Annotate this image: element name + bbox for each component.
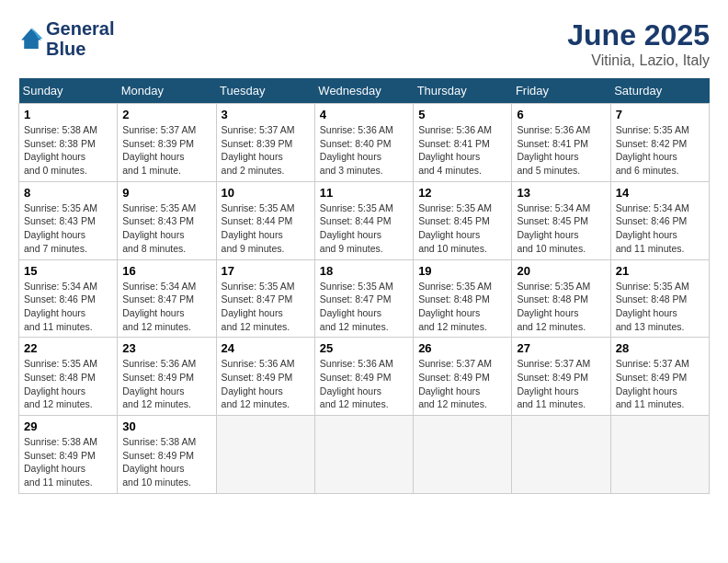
table-row: 25 Sunrise: 5:36 AM Sunset: 8:49 PM Dayl… xyxy=(314,338,413,416)
day-info: Sunrise: 5:36 AM Sunset: 8:41 PM Dayligh… xyxy=(418,123,506,178)
day-info: Sunrise: 5:36 AM Sunset: 8:49 PM Dayligh… xyxy=(222,357,310,411)
day-number: 21 xyxy=(616,264,704,278)
table-row: 20 Sunrise: 5:35 AM Sunset: 8:48 PM Dayl… xyxy=(512,259,610,338)
day-info: Sunrise: 5:36 AM Sunset: 8:49 PM Dayligh… xyxy=(320,357,408,411)
location-title: Vitinia, Lazio, Italy xyxy=(567,52,710,69)
logo: General Blue xyxy=(18,18,114,59)
day-info: Sunrise: 5:35 AM Sunset: 8:48 PM Dayligh… xyxy=(616,280,704,334)
table-row: 18 Sunrise: 5:35 AM Sunset: 8:47 PM Dayl… xyxy=(314,259,413,338)
header-tuesday: Tuesday xyxy=(216,78,314,104)
day-info: Sunrise: 5:35 AM Sunset: 8:43 PM Dayligh… xyxy=(122,201,210,256)
logo-icon xyxy=(18,26,44,52)
day-info: Sunrise: 5:35 AM Sunset: 8:47 PM Dayligh… xyxy=(320,280,408,334)
day-info: Sunrise: 5:35 AM Sunset: 8:42 PM Dayligh… xyxy=(616,123,704,178)
table-row: 9 Sunrise: 5:35 AM Sunset: 8:43 PM Dayli… xyxy=(118,181,216,259)
day-info: Sunrise: 5:37 AM Sunset: 8:49 PM Dayligh… xyxy=(517,357,605,411)
day-number: 3 xyxy=(222,108,310,121)
day-info: Sunrise: 5:34 AM Sunset: 8:46 PM Dayligh… xyxy=(616,201,704,256)
day-number: 30 xyxy=(122,419,210,433)
day-info: Sunrise: 5:35 AM Sunset: 8:48 PM Dayligh… xyxy=(418,280,506,334)
table-row: 8 Sunrise: 5:35 AM Sunset: 8:43 PM Dayli… xyxy=(19,181,118,259)
calendar-week-row: 1 Sunrise: 5:38 AM Sunset: 8:38 PM Dayli… xyxy=(19,104,710,182)
table-row: 14 Sunrise: 5:34 AM Sunset: 8:46 PM Dayl… xyxy=(610,181,709,259)
day-number: 20 xyxy=(517,264,605,278)
day-number: 29 xyxy=(24,419,112,433)
day-number: 14 xyxy=(616,186,704,200)
day-info: Sunrise: 5:35 AM Sunset: 8:47 PM Dayligh… xyxy=(222,280,310,334)
header-wednesday: Wednesday xyxy=(314,78,413,104)
day-number: 7 xyxy=(616,108,704,121)
header-friday: Friday xyxy=(512,78,610,104)
day-number: 23 xyxy=(122,341,210,355)
header-monday: Monday xyxy=(118,78,216,104)
table-row: 21 Sunrise: 5:35 AM Sunset: 8:48 PM Dayl… xyxy=(610,259,709,338)
header-sunday: Sunday xyxy=(19,78,118,104)
table-row: 15 Sunrise: 5:34 AM Sunset: 8:46 PM Dayl… xyxy=(19,259,118,338)
calendar-header-row: Sunday Monday Tuesday Wednesday Thursday… xyxy=(19,78,710,104)
day-info: Sunrise: 5:38 AM Sunset: 8:49 PM Dayligh… xyxy=(24,435,112,489)
day-number: 6 xyxy=(517,108,605,121)
table-row: 7 Sunrise: 5:35 AM Sunset: 8:42 PM Dayli… xyxy=(610,104,709,182)
day-info: Sunrise: 5:38 AM Sunset: 8:38 PM Dayligh… xyxy=(24,123,112,178)
day-number: 28 xyxy=(616,341,704,355)
table-row xyxy=(314,416,413,494)
table-row: 28 Sunrise: 5:37 AM Sunset: 8:49 PM Dayl… xyxy=(610,338,709,416)
table-row: 27 Sunrise: 5:37 AM Sunset: 8:49 PM Dayl… xyxy=(512,338,610,416)
day-number: 8 xyxy=(24,186,112,200)
day-number: 15 xyxy=(24,264,112,278)
table-row: 3 Sunrise: 5:37 AM Sunset: 8:39 PM Dayli… xyxy=(216,104,314,182)
calendar-table: Sunday Monday Tuesday Wednesday Thursday… xyxy=(18,78,710,494)
table-row: 29 Sunrise: 5:38 AM Sunset: 8:49 PM Dayl… xyxy=(19,416,118,494)
table-row xyxy=(414,416,512,494)
day-number: 2 xyxy=(122,108,210,121)
day-info: Sunrise: 5:36 AM Sunset: 8:40 PM Dayligh… xyxy=(320,123,408,178)
day-info: Sunrise: 5:37 AM Sunset: 8:49 PM Dayligh… xyxy=(616,357,704,411)
header-thursday: Thursday xyxy=(414,78,512,104)
day-number: 26 xyxy=(418,341,506,355)
table-row: 12 Sunrise: 5:35 AM Sunset: 8:45 PM Dayl… xyxy=(414,181,512,259)
header-saturday: Saturday xyxy=(610,78,709,104)
day-number: 4 xyxy=(320,108,408,121)
table-row: 4 Sunrise: 5:36 AM Sunset: 8:40 PM Dayli… xyxy=(314,104,413,182)
logo-text: General Blue xyxy=(46,18,114,59)
table-row: 22 Sunrise: 5:35 AM Sunset: 8:48 PM Dayl… xyxy=(19,338,118,416)
day-number: 10 xyxy=(222,186,310,200)
svg-marker-0 xyxy=(21,29,41,49)
day-number: 27 xyxy=(517,341,605,355)
day-info: Sunrise: 5:35 AM Sunset: 8:44 PM Dayligh… xyxy=(320,201,408,256)
calendar-week-row: 8 Sunrise: 5:35 AM Sunset: 8:43 PM Dayli… xyxy=(19,181,710,259)
day-number: 22 xyxy=(24,341,112,355)
day-info: Sunrise: 5:35 AM Sunset: 8:45 PM Dayligh… xyxy=(418,201,506,256)
day-number: 18 xyxy=(320,264,408,278)
day-number: 13 xyxy=(517,186,605,200)
calendar-week-row: 22 Sunrise: 5:35 AM Sunset: 8:48 PM Dayl… xyxy=(19,338,710,416)
table-row: 19 Sunrise: 5:35 AM Sunset: 8:48 PM Dayl… xyxy=(414,259,512,338)
day-info: Sunrise: 5:38 AM Sunset: 8:49 PM Dayligh… xyxy=(122,435,210,489)
calendar-week-row: 29 Sunrise: 5:38 AM Sunset: 8:49 PM Dayl… xyxy=(19,416,710,494)
table-row: 5 Sunrise: 5:36 AM Sunset: 8:41 PM Dayli… xyxy=(414,104,512,182)
day-number: 25 xyxy=(320,341,408,355)
day-info: Sunrise: 5:34 AM Sunset: 8:47 PM Dayligh… xyxy=(122,280,210,334)
day-number: 16 xyxy=(122,264,210,278)
day-info: Sunrise: 5:34 AM Sunset: 8:45 PM Dayligh… xyxy=(517,201,605,256)
day-info: Sunrise: 5:35 AM Sunset: 8:43 PM Dayligh… xyxy=(24,201,112,256)
day-number: 17 xyxy=(222,264,310,278)
table-row xyxy=(512,416,610,494)
day-number: 11 xyxy=(320,186,408,200)
day-number: 24 xyxy=(222,341,310,355)
table-row: 13 Sunrise: 5:34 AM Sunset: 8:45 PM Dayl… xyxy=(512,181,610,259)
table-row: 6 Sunrise: 5:36 AM Sunset: 8:41 PM Dayli… xyxy=(512,104,610,182)
table-row: 11 Sunrise: 5:35 AM Sunset: 8:44 PM Dayl… xyxy=(314,181,413,259)
day-number: 5 xyxy=(418,108,506,121)
day-info: Sunrise: 5:35 AM Sunset: 8:44 PM Dayligh… xyxy=(222,201,310,256)
day-info: Sunrise: 5:34 AM Sunset: 8:46 PM Dayligh… xyxy=(24,280,112,334)
day-info: Sunrise: 5:37 AM Sunset: 8:49 PM Dayligh… xyxy=(418,357,506,411)
table-row xyxy=(610,416,709,494)
day-info: Sunrise: 5:35 AM Sunset: 8:48 PM Dayligh… xyxy=(24,357,112,411)
table-row: 16 Sunrise: 5:34 AM Sunset: 8:47 PM Dayl… xyxy=(118,259,216,338)
table-row: 1 Sunrise: 5:38 AM Sunset: 8:38 PM Dayli… xyxy=(19,104,118,182)
day-info: Sunrise: 5:37 AM Sunset: 8:39 PM Dayligh… xyxy=(122,123,210,178)
table-row: 23 Sunrise: 5:36 AM Sunset: 8:49 PM Dayl… xyxy=(118,338,216,416)
calendar-week-row: 15 Sunrise: 5:34 AM Sunset: 8:46 PM Dayl… xyxy=(19,259,710,338)
table-row: 30 Sunrise: 5:38 AM Sunset: 8:49 PM Dayl… xyxy=(118,416,216,494)
